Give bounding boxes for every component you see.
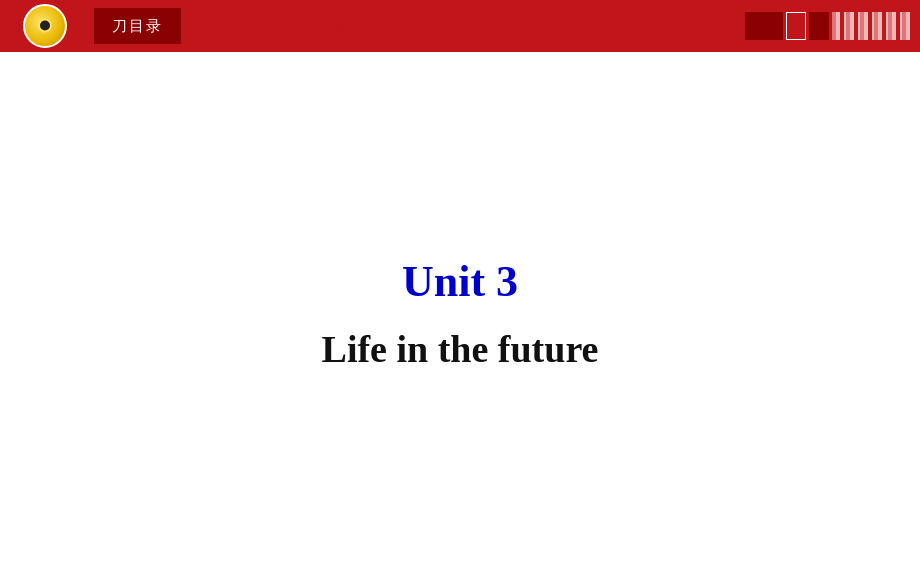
logo-eye — [40, 21, 50, 31]
top-bar: 刀目录 精 讲 优 练 课 型 — [0, 0, 920, 52]
dec-block-dark — [809, 12, 829, 40]
dec-pattern — [832, 12, 912, 40]
unit-title: Unit 3 — [402, 256, 518, 307]
logo-circle — [23, 4, 67, 48]
header-decoration — [745, 12, 912, 40]
dec-block-light — [786, 12, 806, 40]
logo-area — [0, 0, 90, 52]
nav-menu-button[interactable]: 刀目录 — [94, 8, 181, 44]
content-area: Unit 3 Life in the future — [0, 52, 920, 575]
dec-block-red — [745, 12, 783, 40]
lesson-title: Life in the future — [322, 327, 599, 371]
header-title: 精 讲 优 练 课 型 — [181, 9, 745, 44]
